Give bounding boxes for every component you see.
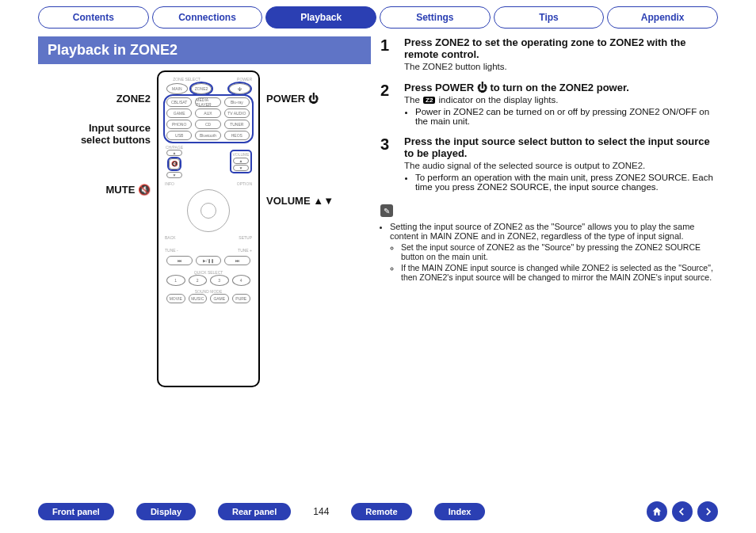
remote-btn-power: ⏻ <box>229 83 250 94</box>
remote-control: ZONE SELECT POWER MAIN ZONE2 ⏻ CBL/SAT M… <box>157 70 260 387</box>
remote-btn-main: MAIN <box>166 83 188 94</box>
step-1-title: Press ZONE2 to set the operating zone to… <box>404 36 718 60</box>
bottom-nav: Front panel Display Rear panel 144 Remot… <box>0 501 756 522</box>
top-tabs: Contents Connections Playback Settings T… <box>0 0 756 29</box>
remote-btn-tuner: TUNER <box>224 120 250 129</box>
remote-btn-cd: CD <box>195 120 220 129</box>
nav-next-icon[interactable] <box>697 501 718 522</box>
remote-dpad <box>187 189 230 232</box>
label-source-buttons: Input source select buttons <box>63 122 151 146</box>
remote-btn-play: ▶/❚❚ <box>196 256 222 265</box>
remote-btn-aux: AUX <box>195 109 220 118</box>
step-3-bullets: To perform an operation with the main un… <box>404 173 718 192</box>
label-volume: VOLUME ▲▼ <box>266 195 346 207</box>
step-3: 3 Press the input source select button t… <box>380 135 718 193</box>
remote-btn-chdown: ▼ <box>166 172 182 178</box>
remote-btn-skipback: ⏮ <box>166 256 193 265</box>
remote-btn-media: MEDIA PLAYER <box>195 97 220 107</box>
z2-badge: Z2 <box>423 97 435 104</box>
remote-mode-pure: PURE <box>232 294 251 303</box>
note-list: Setting the input source of ZONE2 as the… <box>380 222 718 282</box>
tab-playback[interactable]: Playback <box>265 6 376 29</box>
remote-btn-volup: ▲ <box>233 158 249 164</box>
remote-mode-game: GAME <box>210 294 229 303</box>
label-power: POWER ⏻ <box>266 93 346 105</box>
remote-source-buttons-group: CBL/SAT MEDIA PLAYER Blu-ray GAME AUX TV… <box>165 96 252 142</box>
note-icon: ✎ <box>380 204 393 217</box>
tab-tips[interactable]: Tips <box>494 6 605 29</box>
remote-btn-zone2: ZONE2 <box>191 83 212 94</box>
step-1: 1 Press ZONE2 to set the operating zone … <box>380 36 718 74</box>
remote-qs1: 1 <box>166 275 185 286</box>
step-2-title: Press POWER ⏻ to turn on the ZONE2 power… <box>404 82 718 93</box>
label-mute: MUTE 🔇 <box>63 184 151 196</box>
nav-home-icon[interactable] <box>647 501 667 522</box>
remote-mode-movie: MOVIE <box>166 294 185 303</box>
section-heading: Playback in ZONE2 <box>38 36 371 64</box>
tab-contents[interactable]: Contents <box>38 6 149 29</box>
step-2-bullets: Power in ZONE2 can be turned on or off b… <box>404 107 718 126</box>
remote-diagram: ZONE2 Input source select buttons MUTE 🔇… <box>38 70 371 387</box>
nav-prev-icon[interactable] <box>672 501 693 522</box>
remote-mode-music: MUSIC <box>189 294 208 303</box>
remote-btn-skipfwd: ⏭ <box>224 256 250 265</box>
step-2-num: 2 <box>380 82 398 128</box>
nav-index[interactable]: Index <box>434 503 486 520</box>
remote-volume-group: VOLUME ▲ ▼ <box>230 150 252 173</box>
remote-btn-usb: USB <box>166 131 192 140</box>
step-3-title: Press the input source select button to … <box>404 135 718 159</box>
tab-appendix[interactable]: Appendix <box>607 6 718 29</box>
remote-qs3: 3 <box>210 275 229 286</box>
tab-settings[interactable]: Settings <box>380 6 491 29</box>
step-3-desc: The audio signal of the selected source … <box>404 161 718 170</box>
remote-qs2: 2 <box>189 275 208 286</box>
page-number: 144 <box>313 506 329 517</box>
remote-qs4: 4 <box>232 275 251 286</box>
remote-btn-bluetooth: Bluetooth <box>195 131 220 140</box>
remote-btn-tvaudio: TV AUDIO <box>224 109 250 118</box>
step-2-desc: The Z2 indicator on the display lights. <box>404 95 718 105</box>
remote-btn-mute: 🔇 <box>167 158 181 169</box>
label-zone2: ZONE2 <box>63 93 151 105</box>
remote-btn-voldown: ▼ <box>233 165 249 171</box>
remote-btn-phono: PHONO <box>166 120 192 129</box>
nav-front-panel[interactable]: Front panel <box>38 503 114 520</box>
step-1-num: 1 <box>380 36 398 74</box>
step-1-desc: The ZONE2 button lights. <box>404 62 718 71</box>
step-3-num: 3 <box>380 135 398 193</box>
remote-btn-bluray: Blu-ray <box>224 97 250 107</box>
nav-display[interactable]: Display <box>136 503 196 520</box>
step-2: 2 Press POWER ⏻ to turn on the ZONE2 pow… <box>380 82 718 128</box>
nav-rear-panel[interactable]: Rear panel <box>218 503 291 520</box>
tab-connections[interactable]: Connections <box>152 6 263 29</box>
nav-remote[interactable]: Remote <box>351 503 411 520</box>
remote-btn-cbl-sat: CBL/SAT <box>166 97 192 107</box>
remote-btn-game: GAME <box>166 109 192 118</box>
remote-btn-heos: HEOS <box>224 131 250 140</box>
remote-btn-chup: ▲ <box>166 150 182 156</box>
